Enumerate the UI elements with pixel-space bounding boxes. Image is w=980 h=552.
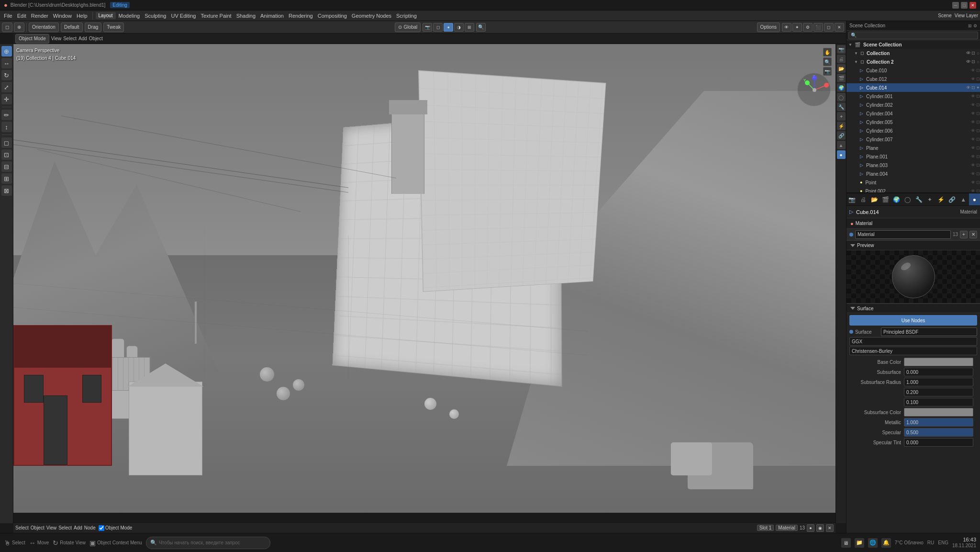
list-item[interactable]: ▷ Cylinder.007 👁⊡ <box>846 135 980 144</box>
vb-add-label[interactable]: Add <box>74 525 82 530</box>
list-item[interactable]: ▷ Plane.004 👁⊡ <box>846 169 980 178</box>
list-item[interactable]: ▷ Plane 👁⊡ <box>846 144 980 152</box>
extra-tool-3[interactable]: ⊞ <box>1 173 12 184</box>
view-layer-selector[interactable]: View Layer <box>955 13 978 18</box>
viewport-search-icon[interactable]: 🔍 <box>476 23 486 32</box>
slot-label[interactable]: Slot 1 <box>757 525 774 531</box>
list-item[interactable]: ▼ ◻ Collection 👁⊡☼ <box>846 49 980 57</box>
distribution-input[interactable]: GGX <box>849 337 977 346</box>
base-color-swatch[interactable] <box>904 358 973 366</box>
prop-tab-render[interactable]: 📷 <box>846 193 858 206</box>
orientation-btn[interactable]: Orientation <box>29 23 59 32</box>
subsurface-method-input[interactable]: Christensen-Burley <box>849 347 977 355</box>
prop-tab-modifier[interactable]: 🔧 <box>913 193 924 206</box>
prop-obj-name[interactable]: Cube.014 <box>856 209 957 215</box>
add-cube-tool[interactable]: ◻ <box>1 137 12 148</box>
overlay-icon-4[interactable]: ⬛ <box>813 23 823 32</box>
vp-icon-3[interactable]: ● <box>444 23 453 32</box>
vp-icon-4[interactable]: ◑ <box>454 23 464 32</box>
tab-scripting[interactable]: Scripting <box>394 12 419 20</box>
subsurface-color-swatch[interactable] <box>904 408 973 417</box>
global-btn[interactable]: ⊙ Global <box>395 23 421 32</box>
pis-data-icon[interactable]: ▲ <box>837 141 846 149</box>
annotate-tool[interactable]: ✏ <box>1 110 12 120</box>
menu-window[interactable]: Window <box>51 12 74 20</box>
prop-tab-material[interactable]: ● <box>969 193 980 206</box>
default-btn[interactable]: Default <box>61 23 83 32</box>
vp-hand-icon[interactable]: ✋ <box>823 48 832 56</box>
use-nodes-button[interactable]: Use Nodes <box>849 315 977 326</box>
list-item[interactable]: ▷ Cylinder.004 👁⊡ <box>846 109 980 118</box>
pis-world-icon[interactable]: 🌍 <box>837 83 846 92</box>
preview-header[interactable]: Preview <box>846 241 980 250</box>
menu-file[interactable]: File <box>2 12 14 20</box>
mat-icon-3[interactable]: ✕ <box>826 524 834 532</box>
menu-render[interactable]: Render <box>29 12 50 20</box>
subsurface-radius-3-input[interactable]: 0.100 <box>904 398 973 406</box>
sys-icon-1[interactable]: 🖥 <box>841 538 851 548</box>
taskbar-search[interactable]: 🔍 Чтобы начать поиск, введите запрос <box>146 537 270 549</box>
pis-view-icon[interactable]: 📂 <box>837 64 846 73</box>
tab-sculpting[interactable]: Sculpting <box>143 12 168 20</box>
scale-tool[interactable]: ⤢ <box>1 82 12 92</box>
overlay-icon-2[interactable]: ✦ <box>792 23 802 32</box>
vb-usenodes-label[interactable]: Object Mode <box>105 525 133 530</box>
rotate-tool[interactable]: ↻ <box>1 70 12 80</box>
pis-constr-icon[interactable]: 🔗 <box>837 131 846 140</box>
tab-shading[interactable]: Shading <box>234 12 257 20</box>
pis-mat-icon[interactable]: ● <box>837 150 846 159</box>
view-menu[interactable]: View <box>51 36 62 41</box>
prop-material-tab-label[interactable]: Material <box>960 209 977 214</box>
vb-select-label[interactable]: Select <box>58 525 72 530</box>
sys-icon-3[interactable]: 🌐 <box>868 538 878 548</box>
pis-part-icon[interactable]: ✦ <box>837 112 846 121</box>
surface-header[interactable]: Surface <box>846 304 980 313</box>
vp-zoom-icon[interactable]: 🔍 <box>823 57 832 66</box>
object-menu[interactable]: Object <box>89 36 103 41</box>
tab-uv-editing[interactable]: UV Editing <box>169 12 198 20</box>
vb-checkbox[interactable] <box>99 525 104 531</box>
metallic-input[interactable]: 1.000 <box>904 418 973 427</box>
specular-tint-input[interactable]: 0.000 <box>904 438 973 447</box>
pis-scene-icon[interactable]: 🎬 <box>837 74 846 82</box>
sys-icon-4[interactable]: 🔔 <box>881 538 891 548</box>
list-item[interactable]: ▷ Cylinder.006 👁⊡ <box>846 126 980 135</box>
measure-tool[interactable]: ↕ <box>1 122 12 132</box>
minimize-btn[interactable]: ─ <box>952 2 959 9</box>
vb-obj-label[interactable]: Object <box>31 525 45 530</box>
cursor-tool[interactable]: ⊕ <box>1 46 12 56</box>
close-btn[interactable]: ✕ <box>969 2 976 9</box>
mat-icon-2[interactable]: ◉ <box>816 524 824 532</box>
vb-view-label[interactable]: View <box>46 525 57 530</box>
transform-tool[interactable]: ✛ <box>1 94 12 104</box>
outliner-filter-icon[interactable]: ⊞ <box>968 23 972 28</box>
menu-edit[interactable]: Edit <box>15 12 28 20</box>
extra-tool-1[interactable]: ⊡ <box>1 149 12 160</box>
maximize-btn[interactable]: □ <box>961 2 968 9</box>
subsurface-radius-2-input[interactable]: 0.200 <box>904 388 973 396</box>
prop-tab-physics[interactable]: ⚡ <box>935 193 947 206</box>
surface-type-input[interactable]: Principled BSDF <box>881 327 977 336</box>
tab-geometry-nodes[interactable]: Geometry Nodes <box>350 12 393 20</box>
nav-gizmo[interactable]: X Y Z <box>797 73 831 106</box>
pis-render-icon[interactable]: 📷 <box>837 45 846 54</box>
vb-node-label[interactable]: Node <box>84 525 96 530</box>
main-viewport[interactable]: Camera Perspective (19) Collection 4 | C… <box>13 44 835 513</box>
list-item[interactable]: ▷ Cylinder.005 👁⊡ <box>846 118 980 126</box>
move-tool[interactable]: ↔ <box>1 58 12 68</box>
overlay-icon-3[interactable]: ⚙ <box>803 23 813 32</box>
list-item[interactable]: ▼ ◻ Collection 2 👁⊡☼ <box>846 57 980 66</box>
drag-btn[interactable]: Drag <box>85 23 102 32</box>
cursor-tool-btn[interactable]: ⊕ <box>14 23 24 32</box>
prop-tab-scene[interactable]: 🎬 <box>880 193 891 206</box>
scene-selector[interactable]: Scene <box>938 13 951 18</box>
tab-layout[interactable]: Layout <box>96 12 116 19</box>
select-tool-btn[interactable]: ◻ <box>2 23 12 32</box>
tweak-btn[interactable]: Tweak <box>103 23 124 32</box>
list-item[interactable]: ▷ Cube.014 👁⊡✦ <box>846 83 980 92</box>
overlay-icon-1[interactable]: 👁 <box>782 23 791 32</box>
list-item[interactable]: ▷ Cube.012 👁⊡ <box>846 75 980 83</box>
vb-select[interactable]: Select <box>15 525 29 530</box>
material-x-icon[interactable]: ✕ <box>969 231 977 238</box>
prop-tab-particles[interactable]: ✦ <box>924 193 935 206</box>
